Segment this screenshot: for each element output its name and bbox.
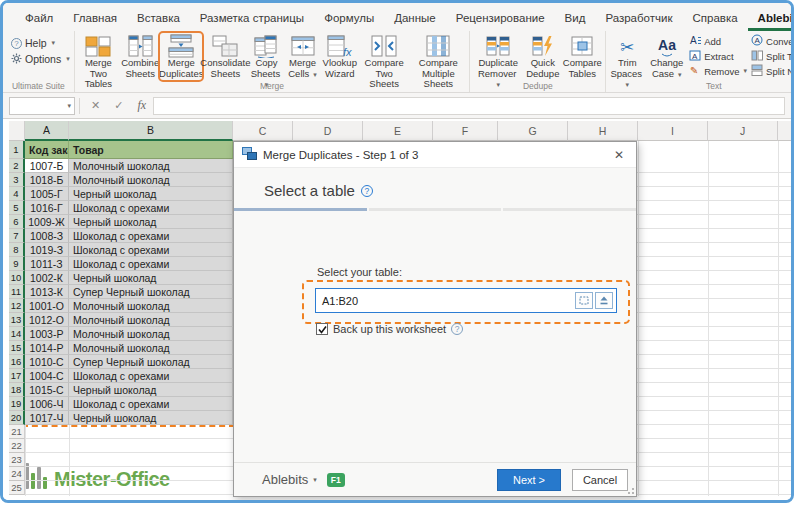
ribbon-tab-ablebits-data[interactable]: Ablebits Data [748,6,794,31]
cell-b1[interactable]: Товар [69,141,233,159]
dialog-title-bar[interactable]: Merge Duplicates - Step 1 of 3 ✕ [234,142,636,168]
row-header-6[interactable]: 6 [9,215,25,229]
ribbon-tab-справка[interactable]: Справка [682,6,747,31]
split-names-button[interactable]: Split Names [751,64,791,78]
column-header-c[interactable]: C [233,121,293,141]
row-header-18[interactable]: 18 [9,383,25,397]
cell-b13[interactable]: Молочный шоколад [69,313,233,327]
combine-sheets-button[interactable]: Combine Sheets [120,33,160,80]
heading-help-icon[interactable]: ? [361,185,373,197]
collapse-dialog-icon[interactable] [595,292,613,309]
cell-b4[interactable]: Черный шоколад [69,187,233,201]
cell-a10[interactable]: 1002-К [25,271,69,285]
row-header-17[interactable]: 17 [9,369,25,383]
cell-a16[interactable]: 1010-С [25,355,69,369]
cell-a19[interactable]: 1006-Ч [25,397,69,411]
close-icon[interactable]: ✕ [610,148,628,162]
cell-a20[interactable]: 1017-Ч [25,411,69,425]
column-header-b[interactable]: B [69,121,233,141]
help-button[interactable]: ? Help ▾ [11,35,70,51]
row-header-13[interactable]: 13 [9,313,25,327]
quick-dedupe-button[interactable]: Quick Dedupe [524,33,561,80]
cell-a3[interactable]: 1018-Б [25,173,69,187]
row-header-15[interactable]: 15 [9,341,25,355]
column-header-e[interactable]: E [363,121,433,141]
vlookup-wizard-button[interactable]: fxVlookup Wizard [321,33,359,80]
cell-b14[interactable]: Молочный шоколад [69,327,233,341]
row-header-2[interactable]: 2 [9,159,25,173]
f1-help-badge[interactable]: F1 [327,473,345,487]
trim-spaces-button[interactable]: ✂Trim Spaces ▾ [608,33,646,80]
options-button[interactable]: Options ▾ [11,51,70,67]
ribbon-tab-вид[interactable]: Вид [555,6,596,31]
cell-a15[interactable]: 1014-Р [25,341,69,355]
row-header-9[interactable]: 9 [9,257,25,271]
column-header-i[interactable]: I [638,121,708,141]
consolidate-sheets-button[interactable]: Consolidate Sheets [202,33,248,80]
cell-a2[interactable]: 1007-Б [25,159,69,173]
cell-b8[interactable]: Шоколад с орехами [69,243,233,257]
column-header-a[interactable]: A [25,121,69,141]
cell-a1[interactable]: Код заказа [25,141,69,159]
extract-button[interactable]: AExtract [689,49,747,63]
cell-b9[interactable]: Шоколад с орехами [69,257,233,271]
cell-a6[interactable]: 1009-Ж [25,215,69,229]
ribbon-tab-рецензирование[interactable]: Рецензирование [446,6,555,31]
row-header-3[interactable]: 3 [9,173,25,187]
row-header-5[interactable]: 5 [9,201,25,215]
row-header-25[interactable]: 25 [9,481,25,495]
cell-b12[interactable]: Молочный шоколад [69,299,233,313]
row-header-11[interactable]: 11 [9,285,25,299]
remove-button[interactable]: ✎Remove▾ [689,64,747,78]
cell-a18[interactable]: 1015-С [25,383,69,397]
row-header-12[interactable]: 12 [9,299,25,313]
cell-b6[interactable]: Черный шоколад [69,215,233,229]
cell-b11[interactable]: Супер Черный шоколад [69,285,233,299]
column-header-f[interactable]: F [433,121,498,141]
column-header-g[interactable]: G [498,121,568,141]
cell-a17[interactable]: 1004-С [25,369,69,383]
row-header-1[interactable]: 1 [9,141,25,159]
cell-a12[interactable]: 1001-О [25,299,69,313]
ribbon-tab-файл[interactable]: Файл [15,6,63,31]
ribbon-tab-формулы[interactable]: Формулы [314,6,384,31]
row-header-8[interactable]: 8 [9,243,25,257]
cell-b10[interactable]: Черный шоколад [69,271,233,285]
ribbon-tab-разметка-страницы[interactable]: Разметка страницы [190,6,314,31]
enter-icon[interactable]: ✓ [114,99,123,112]
column-header-d[interactable]: D [293,121,363,141]
column-header-h[interactable]: H [568,121,638,141]
insert-function-icon[interactable]: fx [137,98,146,113]
cell-a4[interactable]: 1005-Г [25,187,69,201]
select-range-icon[interactable] [575,292,593,309]
cell-a13[interactable]: 1012-О [25,313,69,327]
cell-a8[interactable]: 1019-З [25,243,69,257]
row-header-14[interactable]: 14 [9,327,25,341]
cell-b2[interactable]: Молочный шоколад [69,159,233,173]
row-header-7[interactable]: 7 [9,229,25,243]
change-case-button[interactable]: AaChange Case ▾ [646,33,687,80]
row-header-22[interactable]: 22 [9,439,25,453]
table-range-input[interactable]: A1:B20 [315,288,617,313]
convert-button[interactable]: AConvert [751,34,791,48]
cell-b15[interactable]: Молочный шоколад [69,341,233,355]
backup-help-icon[interactable]: ? [451,323,463,335]
ribbon-tab-вставка[interactable]: Вставка [127,6,190,31]
resize-grip[interactable] [627,487,635,495]
next-button[interactable]: Next > [497,469,561,491]
name-box[interactable]: ▾ [9,97,75,115]
compare-tables-button[interactable]: Compare Tables [561,33,603,80]
ribbon-tab-главная[interactable]: Главная [63,6,127,31]
row-header-21[interactable]: 21 [9,425,25,439]
add-button[interactable]: AAdd [689,34,747,48]
row-header-10[interactable]: 10 [9,271,25,285]
row-header-23[interactable]: 23 [9,453,25,467]
cancel-icon[interactable]: ✕ [91,99,100,112]
merge-cells-button[interactable]: Merge Cells ▾ [285,33,321,80]
cell-b7[interactable]: Шоколад с орехами [69,229,233,243]
cancel-button[interactable]: Cancel [572,469,628,491]
cell-a7[interactable]: 1008-З [25,229,69,243]
row-header-16[interactable]: 16 [9,355,25,369]
compare-multiple-sheets-button[interactable]: Compare Multiple Sheets [409,33,467,80]
cell-b16[interactable]: Супер Черный шоколад [69,355,233,369]
